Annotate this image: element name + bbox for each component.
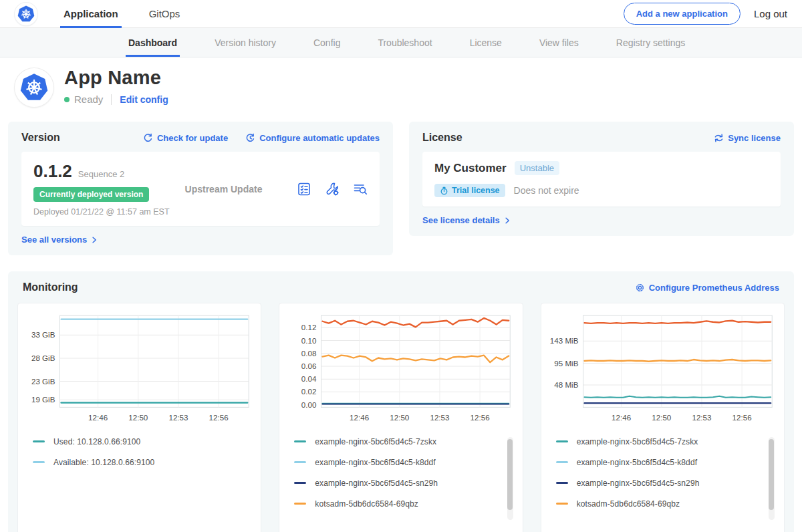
legend-scrollbar[interactable]: [507, 437, 513, 520]
tab-view-files[interactable]: View files: [537, 28, 581, 57]
summary-cards-row: Version Check for update Configure au: [0, 118, 802, 255]
svg-text:0.08: 0.08: [301, 349, 317, 358]
tab-registry-settings[interactable]: Registry settings: [614, 28, 688, 57]
legend-scrollbar-thumb[interactable]: [507, 439, 513, 510]
chart-plot: 33 GiB28 GiB23 GiB19 GiB12:4612:5012:531…: [25, 310, 254, 426]
configure-automatic-updates-link[interactable]: Configure automatic updates: [245, 133, 380, 143]
sync-arrows-icon: [714, 133, 724, 143]
tab-config[interactable]: Config: [311, 28, 343, 57]
svg-text:12:50: 12:50: [390, 413, 410, 422]
svg-text:12:56: 12:56: [732, 413, 751, 422]
svg-text:12:56: 12:56: [209, 413, 229, 422]
kubernetes-logo-icon: [17, 5, 35, 23]
legend-item: example-nginx-5bc6f5d4c5-7zskx: [294, 437, 515, 446]
legend-item: kotsadm-5db6dc6584-69qbz: [294, 499, 515, 509]
chart-legend: example-nginx-5bc6f5d4c5-7zskxexample-ng…: [294, 437, 515, 532]
legend-scrollbar-thumb[interactable]: [769, 439, 774, 510]
version-number: 0.1.2: [33, 161, 72, 182]
tab-version-history[interactable]: Version history: [212, 28, 279, 57]
legend-swatch: [294, 461, 306, 463]
legend-label: Available: 10.128.0.66:9100: [53, 458, 154, 467]
deployed-timestamp: Deployed 01/21/22 @ 11:57 am EST: [33, 207, 177, 217]
page-title: App Name: [64, 67, 168, 89]
top-navbar: Application GitOps Add a new application…: [0, 0, 802, 28]
legend-label: example-nginx-5bc6f5d4c5-sn29h: [577, 479, 700, 488]
legend-swatch: [33, 461, 45, 463]
legend-item: example-nginx-5bc6f5d4c5-7zskx: [556, 437, 777, 446]
top-nav-tabs: Application GitOps: [60, 0, 207, 27]
logout-button[interactable]: Log out: [754, 8, 787, 19]
clock-refresh-icon: [245, 133, 255, 143]
app-sub-navbar: Dashboard Version history Config Trouble…: [0, 28, 802, 57]
legend-item: example-nginx-5bc6f5d4c5-sn29h: [294, 479, 515, 488]
stopwatch-icon: [440, 186, 448, 195]
license-expiry-text: Does not expire: [514, 185, 579, 196]
monitoring-title: Monitoring: [23, 281, 78, 293]
chevron-right-icon: [90, 236, 98, 244]
app-header: App Name Ready Edit config: [0, 57, 802, 118]
add-application-button[interactable]: Add a new application: [624, 3, 741, 25]
legend-item: example-nginx-5bc6f5d4c5-sn29h: [556, 479, 777, 488]
edit-config-link[interactable]: Edit config: [120, 94, 168, 105]
svg-text:0.04: 0.04: [301, 374, 317, 383]
svg-text:0.06: 0.06: [301, 362, 317, 370]
refresh-icon: [143, 133, 153, 143]
svg-text:95 MiB: 95 MiB: [554, 359, 578, 368]
legend-swatch: [556, 482, 568, 484]
current-version-panel: 0.1.2 Sequence 2 Currently deployed vers…: [21, 152, 380, 226]
see-license-details-link[interactable]: See license details: [422, 215, 781, 225]
configure-prometheus-link[interactable]: Configure Prometheus Address: [635, 283, 779, 293]
legend-label: kotsadm-5db6dc6584-69qbz: [577, 499, 680, 509]
license-panel: My Customer Unstable Trial license Does …: [422, 152, 781, 207]
gear-icon: [635, 283, 645, 293]
legend-item: kotsadm-5db6dc6584-69qbz: [556, 499, 777, 509]
legend-label: Used: 10.128.0.66:9100: [53, 437, 140, 446]
svg-text:12:46: 12:46: [88, 413, 108, 422]
chart-legend: Used: 10.128.0.66:9100Available: 10.128.…: [33, 437, 254, 532]
monitoring-section: Monitoring Configure Prometheus Address …: [8, 271, 794, 532]
see-all-versions-link[interactable]: See all versions: [21, 235, 380, 245]
tab-license[interactable]: License: [467, 28, 505, 57]
svg-text:143 MiB: 143 MiB: [550, 336, 579, 345]
version-action-icons: [297, 182, 368, 196]
trial-license-badge: Trial license: [434, 184, 505, 197]
logs-search-icon[interactable]: [353, 182, 368, 196]
legend-label: example-nginx-5bc6f5d4c5-7zskx: [577, 437, 698, 446]
legend-swatch: [294, 482, 306, 484]
tab-application[interactable]: Application: [60, 0, 122, 27]
sync-license-link[interactable]: Sync license: [714, 133, 781, 143]
channel-badge: Unstable: [515, 161, 559, 175]
charts-row: 33 GiB28 GiB23 GiB19 GiB12:4612:5012:531…: [17, 303, 785, 532]
version-card: Version Check for update Configure au: [8, 122, 393, 255]
checklist-icon[interactable]: [297, 182, 311, 196]
customer-name: My Customer: [434, 162, 507, 175]
svg-text:12:53: 12:53: [692, 413, 711, 422]
legend-swatch: [294, 503, 306, 505]
svg-text:28 GiB: 28 GiB: [31, 354, 55, 362]
legend-swatch: [556, 461, 568, 463]
svg-text:12:53: 12:53: [168, 413, 188, 422]
legend-scrollbar[interactable]: [769, 437, 775, 520]
legend-item: Used: 10.128.0.66:9100: [33, 437, 254, 446]
deployed-badge: Currently deployed version: [33, 187, 149, 202]
tab-dashboard[interactable]: Dashboard: [126, 28, 180, 57]
tab-gitops[interactable]: GitOps: [146, 0, 184, 27]
cpu-usage-chart-card: 0.120.100.080.060.040.020.0012:4612:5012…: [279, 303, 523, 532]
chart-plot: 0.120.100.080.060.040.020.0012:4612:5012…: [286, 310, 515, 426]
legend-label: kotsadm-5db6dc6584-69qbz: [315, 499, 418, 509]
svg-text:33 GiB: 33 GiB: [31, 330, 55, 339]
app-avatar: [15, 68, 53, 107]
chart-plot: 143 MiB95 MiB48 MiB12:4612:5012:5312:56: [548, 310, 777, 426]
top-nav-right: Add a new application Log out: [624, 3, 787, 25]
legend-item: Available: 10.128.0.66:9100: [33, 458, 254, 467]
version-sequence: Sequence 2: [78, 169, 124, 179]
legend-swatch: [556, 440, 568, 442]
tab-troubleshoot[interactable]: Troubleshoot: [375, 28, 434, 57]
license-card-title: License: [422, 132, 462, 144]
kubernetes-logo[interactable]: [15, 3, 37, 25]
svg-text:0.10: 0.10: [301, 336, 317, 345]
check-for-update-link[interactable]: Check for update: [143, 133, 228, 143]
svg-text:0.12: 0.12: [301, 323, 317, 331]
svg-text:12:56: 12:56: [471, 413, 490, 422]
config-wrench-icon[interactable]: [325, 182, 340, 196]
